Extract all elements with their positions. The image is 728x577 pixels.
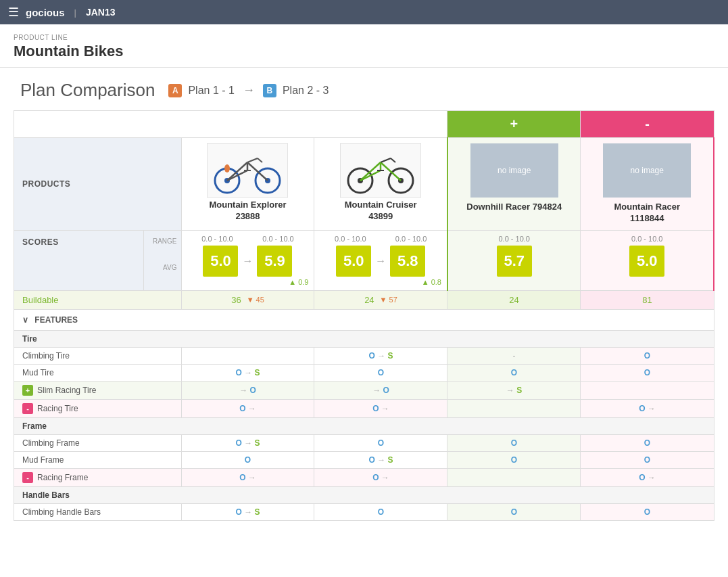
nav-date: JAN13 [86,7,116,18]
product-cell-plus: no image Downhill Racer 794824 [447,138,581,231]
plan-comparison-title: Plan Comparison [20,80,155,101]
mud-frame-minus: O [581,451,714,468]
climbing-tire-minus: O [581,347,714,364]
racing-tire-minus-badge: - [22,403,33,414]
score-delta-1: 0.9 [187,278,309,286]
racing-frame-p1: O → [181,468,314,486]
racing-tire-text: Racing Tire [37,404,78,413]
score-box-2a: 5.0 [336,246,371,277]
score-box-plus: 5.7 [497,246,532,277]
products-label: PRODUCTS [14,138,182,231]
buildable-cell-plus: 24 [447,290,581,309]
mud-tire-p2: O [314,364,447,381]
racing-frame-p2: O → [314,468,447,486]
climbing-tire-p1 [181,347,314,364]
product-name-1: Mountain Cruiser43899 [320,200,441,223]
buildable-cell-0: 36 ▼ 45 [181,290,314,309]
product-cell-1: Mountain Cruiser43899 [314,138,447,231]
slim-tire-p2: → O [314,381,447,399]
feature-label-mud-frame: Mud Frame [14,451,182,468]
plan-a-badge: A [168,84,182,97]
feature-row-racing-frame: - Racing Frame O → O → O → [14,468,714,486]
feature-label-mud-tire: Mud Tire [14,364,182,381]
products-row: PRODUCTS [14,138,714,231]
feature-label-racing-tire: - Racing Tire [14,399,182,417]
climbing-tire-plus: - [447,347,581,364]
climbing-hb-p1: O → S [181,503,314,520]
buildable-label: Buildable [14,290,182,309]
slim-tire-p1: → O [181,381,314,399]
category-tire: Tire [14,330,714,347]
table-container: + - PRODUCTS [0,110,728,521]
racing-tire-p1: O → [181,399,314,417]
product-cell-minus: no image Mountain Racer1118844 [581,138,714,231]
racing-frame-text: Racing Frame [37,473,88,482]
feature-row-climbing-frame: Climbing Frame O → S O O O [14,434,714,451]
climbing-frame-minus: O [581,434,714,451]
racing-tire-plus [447,399,581,417]
score-arrow-1: → [242,255,253,267]
product-name-0: Mountain Explorer23888 [187,200,309,223]
buildable-cell-minus: 81 [581,290,714,309]
category-tire-label: Tire [14,330,714,347]
product-line-title: Mountain Bikes [14,43,714,60]
minus-column-header[interactable]: - [581,111,714,138]
mud-frame-p1: O [181,451,314,468]
feature-row-mud-frame: Mud Frame O O → S O O [14,451,714,468]
product-cell-0: Mountain Explorer23888 [181,138,314,231]
climbing-frame-p2: O [314,434,447,451]
climbing-hb-minus: O [581,503,714,520]
slim-tire-minus [581,381,714,399]
product-line-label: PRODUCT LINE [14,34,714,41]
feature-label-climbing-tire: Climbing Tire [14,347,182,364]
score-cell-plus: 0.0 - 10.0 5.7 [447,230,581,290]
top-nav: ☰ gocious | JAN13 [0,0,728,24]
product-image-0 [187,143,309,200]
feature-row-climbing-tire: Climbing Tire O → S - O [14,347,714,364]
score-box-1b: 5.9 [257,246,292,277]
plan-arrow: → [243,83,255,97]
feature-label-racing-frame: - Racing Frame [14,468,182,486]
mud-frame-p2: O → S [314,451,447,468]
hamburger-icon[interactable]: ☰ [8,5,19,20]
scores-row: SCORES RANGE AVG 0.0 - 10.0 0.0 - 10.0 5… [14,230,714,290]
plan-a-group[interactable]: A Plan 1 - 1 [168,84,234,97]
mud-frame-plus: O [447,451,581,468]
product-name-minus: Mountain Racer1118844 [586,202,708,225]
comparison-table: + - PRODUCTS [14,110,714,521]
feature-label-slim-racing-tire: + Slim Racing Tire [14,381,182,399]
col-type-header-row: + - [14,111,714,138]
racing-frame-plus [447,468,581,486]
slim-tire-plus-badge: + [22,385,33,396]
scores-label: SCORES [14,230,144,290]
plan-comparison-header: Plan Comparison A Plan 1 - 1 → B Plan 2 … [0,68,728,110]
range-label: RANGE AVG [143,230,181,290]
score-delta-2: 0.8 [320,278,441,286]
plus-column-header[interactable]: + [447,111,581,138]
category-handle-bars-label: Handle Bars [14,486,714,503]
no-image-plus: no image [470,143,558,198]
climbing-hb-p2: O [314,503,447,520]
racing-tire-p2: O → [314,399,447,417]
score-box-1a: 5.0 [203,246,238,277]
mud-tire-p1: O → S [181,364,314,381]
product-image-1 [320,143,441,200]
feature-label-climbing-frame: Climbing Frame [14,434,182,451]
product-name-plus: Downhill Racer 794824 [454,202,575,213]
feature-row-climbing-handle-bars: Climbing Handle Bars O → S O O O [14,503,714,520]
page-header: PRODUCT LINE Mountain Bikes [0,24,728,68]
no-image-minus: no image [603,143,691,198]
feature-row-racing-tire: - Racing Tire O → O → O → [14,399,714,417]
racing-tire-minus: O → [581,399,714,417]
collapse-icon[interactable]: ∨ [22,315,28,325]
feature-label-climbing-handle-bars: Climbing Handle Bars [14,503,182,520]
category-handle-bars: Handle Bars [14,486,714,503]
climbing-frame-plus: O [447,434,581,451]
nav-divider: | [74,7,76,18]
feature-row-slim-racing-tire: + Slim Racing Tire → O → O → S [14,381,714,399]
racing-frame-minus: O → [581,468,714,486]
score-cell-0: 0.0 - 10.0 0.0 - 10.0 5.0 → 5.9 0.9 [181,230,314,290]
mud-tire-minus: O [581,364,714,381]
plan-b-group[interactable]: B Plan 2 - 3 [263,84,329,97]
features-section-header[interactable]: ∨ FEATURES [14,309,714,330]
